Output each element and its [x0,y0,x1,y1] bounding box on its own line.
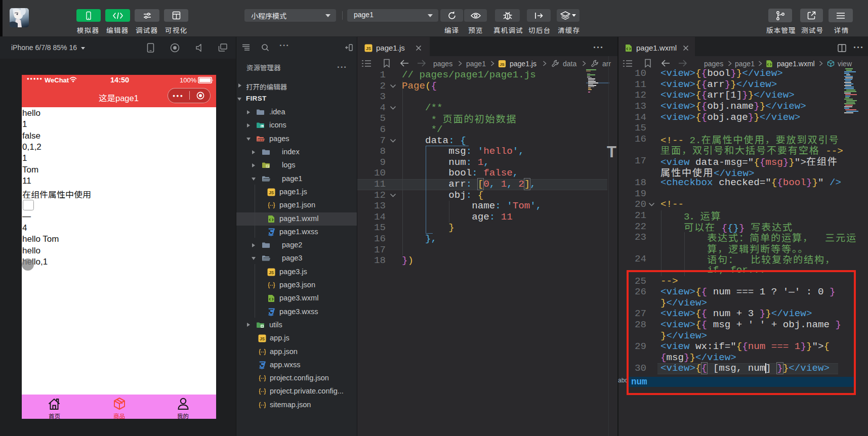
svg-text:JS: JS [269,191,274,195]
svg-text:JS: JS [366,47,371,51]
svg-text:JS: JS [500,62,505,67]
svg-text:JS: JS [269,270,274,275]
svg-text:JS: JS [260,337,265,341]
